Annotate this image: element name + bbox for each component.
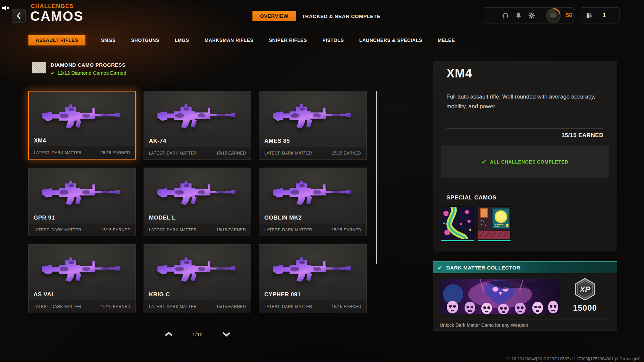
weapon-card[interactable]: CYPHER 091 LATEST: DARK MATTER 15/15 EAR… bbox=[259, 244, 367, 313]
weapon-earned-count: 15/15 EARNED bbox=[101, 150, 130, 155]
weapon-card[interactable]: XM4 LATEST: DARK MATTER 15/15 EARNED bbox=[28, 91, 136, 160]
check-icon: ✔ bbox=[482, 159, 486, 165]
weapon-grid: XM4 LATEST: DARK MATTER 15/15 EARNED AK-… bbox=[28, 91, 367, 313]
tab-launchers-specials[interactable]: LAUNCHERS & SPECIALS bbox=[359, 38, 422, 43]
divider bbox=[440, 319, 610, 319]
special-camo-1[interactable] bbox=[441, 206, 474, 242]
divider bbox=[598, 11, 598, 20]
dark-matter-description: Unlock Dark Matter Camo for any Weapon bbox=[440, 322, 528, 328]
weapon-name: AK-74 bbox=[149, 138, 166, 144]
weapon-earned-count: 15/15 EARNED bbox=[101, 228, 130, 232]
player-level: 56 bbox=[566, 12, 572, 19]
mute-audio-icon[interactable] bbox=[1, 4, 10, 13]
weapon-card[interactable]: KRIG C LATEST: DARK MATTER 15/15 EARNED bbox=[144, 244, 251, 313]
tab-lmgs[interactable]: LMGS bbox=[175, 38, 189, 43]
party-widget[interactable]: 1 bbox=[581, 7, 620, 23]
tab-marksman-rifles[interactable]: MARKSMAN RIFLES bbox=[205, 38, 254, 43]
weapon-latest-camo: LATEST: DARK MATTER bbox=[149, 228, 197, 232]
weapon-image bbox=[149, 247, 246, 291]
party-count: 1 bbox=[603, 12, 606, 18]
menu-grid-icon[interactable] bbox=[489, 12, 496, 19]
detail-earned-count: 15/15 EARNED bbox=[561, 132, 603, 139]
page-up-button[interactable] bbox=[164, 330, 174, 338]
weapon-latest-camo: LATEST: DARK MATTER bbox=[34, 304, 82, 309]
weapon-card-footer: LATEST: DARK MATTER 15/15 EARNED bbox=[29, 300, 136, 313]
diamond-progress-text: 12/12 Diamond Camos Earned bbox=[57, 70, 126, 76]
weapon-card-footer: LATEST: DARK MATTER 15/15 EARNED bbox=[259, 300, 366, 313]
weapon-latest-camo: LATEST: DARK MATTER bbox=[264, 151, 312, 156]
back-button[interactable] bbox=[12, 9, 26, 23]
weapon-card[interactable]: AS VAL LATEST: DARK MATTER 15/15 EARNED bbox=[28, 244, 136, 313]
weapon-earned-count: 15/15 EARNED bbox=[332, 228, 361, 232]
tab-melee[interactable]: MELEE bbox=[438, 38, 455, 43]
weapon-card[interactable]: MODEL L LATEST: DARK MATTER 15/15 EARNED bbox=[144, 168, 251, 236]
weapon-name: GOBLIN MK2 bbox=[264, 215, 302, 221]
weapon-latest-camo: LATEST: DARK MATTER bbox=[34, 150, 82, 155]
diamond-progress-title: DIAMOND CAMO PROGRESS bbox=[51, 62, 126, 68]
weapon-earned-count: 15/15 EARNED bbox=[101, 304, 130, 309]
diamond-camo-progress: DIAMOND CAMO PROGRESS ✔ 12/12 Diamond Ca… bbox=[32, 62, 126, 76]
weapon-earned-count: 15/15 EARNED bbox=[332, 304, 361, 309]
weapon-name: GPR 91 bbox=[34, 215, 55, 221]
weapon-detail-panel: XM4 Full-auto assault rifle. Well rounde… bbox=[433, 61, 617, 251]
weapon-latest-camo: LATEST: DARK MATTER bbox=[149, 151, 197, 156]
weapon-card-footer: LATEST: DARK MATTER 15/15 EARNED bbox=[29, 223, 136, 236]
tab-shotguns[interactable]: SHOTGUNS bbox=[131, 38, 159, 43]
weapon-image bbox=[264, 93, 362, 137]
weapon-name: AS VAL bbox=[34, 291, 55, 298]
weapon-earned-count: 15/15 EARNED bbox=[216, 228, 246, 232]
weapon-image bbox=[33, 170, 131, 214]
weapon-name: MODEL L bbox=[149, 215, 176, 221]
party-members-icon bbox=[586, 12, 593, 19]
weapon-card-footer: LATEST: DARK MATTER 15/15 EARNED bbox=[144, 300, 251, 313]
challenges-completed-box: ✔ ALL CHALLENGES COMPLETED bbox=[441, 145, 609, 178]
weapon-name: KRIG C bbox=[149, 291, 170, 298]
weapon-card-footer: LATEST: DARK MATTER 15/15 EARNED bbox=[144, 146, 251, 159]
page-down-button[interactable] bbox=[221, 330, 231, 338]
weapon-card-footer: LATEST: DARK MATTER 15/15 EARNED bbox=[259, 146, 366, 159]
weapon-card-footer: LATEST: DARK MATTER 15/15 EARNED bbox=[259, 223, 366, 236]
special-camo-2[interactable] bbox=[478, 206, 511, 242]
weapon-card[interactable]: GPR 91 LATEST: DARK MATTER 15/15 EARNED bbox=[28, 168, 136, 236]
build-version: 11.18.23126842[32-0.3292]10587+11:[7300]… bbox=[506, 357, 641, 361]
weapon-card[interactable]: GOBLIN MK2 LATEST: DARK MATTER 15/15 EAR… bbox=[259, 168, 367, 236]
special-camos-row bbox=[441, 206, 511, 242]
chat-headset-icon[interactable] bbox=[502, 12, 509, 19]
tab-smgs[interactable]: SMGS bbox=[101, 38, 116, 43]
weapon-image bbox=[34, 94, 130, 138]
weapon-card[interactable]: AMES 85 LATEST: DARK MATTER 15/15 EARNED bbox=[259, 91, 367, 160]
xp-reward-badge: XP 15000 bbox=[567, 278, 603, 313]
weapon-latest-camo: LATEST: DARK MATTER bbox=[149, 304, 197, 309]
weapon-latest-camo: LATEST: DARK MATTER bbox=[34, 228, 82, 232]
notifications-bell-icon[interactable] bbox=[515, 12, 522, 19]
dark-matter-collector-title: DARK MATTER COLLECTOR bbox=[446, 265, 521, 270]
tab-assault-rifles[interactable]: ASSAULT RIFLES bbox=[28, 35, 86, 46]
xp-reward-value: 15000 bbox=[567, 303, 603, 313]
player-avatar[interactable] bbox=[547, 9, 560, 22]
tracked-near-complete-tab[interactable]: TRACKED & NEAR COMPLETE bbox=[302, 13, 380, 19]
dark-matter-collector-card: XP 15000 Unlock Dark Matter Camo for any… bbox=[433, 273, 617, 331]
challenges-completed-text: ALL CHALLENGES COMPLETED bbox=[490, 159, 568, 165]
top-right-hud: 56 bbox=[484, 7, 574, 23]
overview-tab-button[interactable]: OVERVIEW bbox=[252, 11, 296, 21]
weapon-card[interactable]: AK-74 LATEST: DARK MATTER 15/15 EARNED bbox=[144, 91, 251, 160]
dark-matter-collector-banner: ✔ DARK MATTER COLLECTOR bbox=[433, 261, 617, 273]
pagination: 1/12 bbox=[164, 330, 231, 338]
check-icon: ✔ bbox=[51, 71, 55, 75]
weapon-grid-scrollbar[interactable] bbox=[376, 91, 377, 264]
weapon-image bbox=[149, 93, 246, 137]
diamond-camo-thumbnail bbox=[32, 62, 46, 73]
xp-label: XP bbox=[579, 285, 591, 294]
camo-tile-underline bbox=[478, 240, 511, 242]
weapon-image bbox=[264, 170, 362, 214]
dark-matter-artwork bbox=[440, 279, 560, 314]
weapon-name: CYPHER 091 bbox=[264, 291, 301, 298]
diamond-progress-status: ✔ 12/12 Diamond Camos Earned bbox=[51, 70, 126, 76]
weapon-latest-camo: LATEST: DARK MATTER bbox=[264, 228, 312, 232]
weapon-earned-count: 15/15 EARNED bbox=[216, 304, 246, 309]
weapon-card-footer: LATEST: DARK MATTER 15/15 EARNED bbox=[29, 146, 135, 159]
tab-pistols[interactable]: PISTOLS bbox=[322, 38, 344, 43]
settings-gear-icon[interactable] bbox=[528, 12, 535, 19]
divider bbox=[446, 128, 603, 129]
tab-sniper-rifles[interactable]: SNIPER RIFLES bbox=[269, 38, 307, 43]
